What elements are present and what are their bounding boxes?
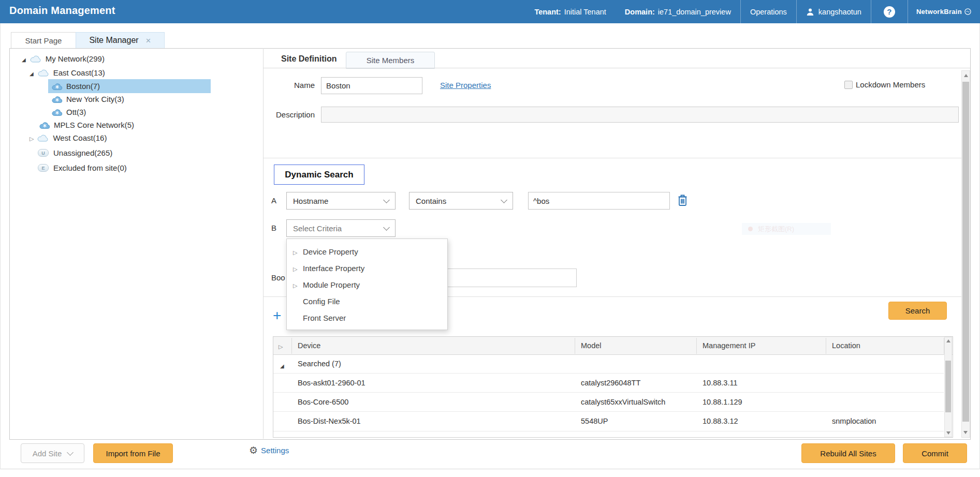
cell-location: snmplocation [832, 417, 876, 425]
cloud-icon [37, 134, 49, 142]
submenu-arrow-icon [293, 264, 303, 273]
site-icon [52, 109, 63, 116]
caret-collapsed-icon[interactable] [30, 133, 34, 142]
tab-site-members[interactable]: Site Members [346, 52, 435, 69]
chevron-down-icon [501, 197, 507, 203]
lockdown-members-label: Lockdown Members [856, 80, 925, 89]
group-caret-icon[interactable] [280, 361, 284, 370]
menu-item-module-property[interactable]: Module Property [287, 276, 447, 293]
menu-item-front-server[interactable]: Front Server [287, 309, 447, 326]
criteria-row-label-a: A [271, 196, 276, 205]
username: kangshaotun [818, 8, 861, 16]
help-button[interactable]: ? [871, 0, 908, 23]
netbrain-logo: NetworkBrain [908, 0, 980, 23]
table-scrollbar-thumb[interactable] [945, 361, 951, 412]
section-divider [264, 158, 970, 158]
description-label: Description [259, 110, 315, 119]
subtab-divider [264, 68, 970, 68]
tree-item-east-coast[interactable]: East Coast(13) [30, 66, 105, 80]
criteria-a-value-input[interactable] [528, 192, 670, 210]
column-header-device[interactable]: Device [298, 341, 320, 350]
column-header-location[interactable]: Location [832, 341, 860, 350]
menu-item-device-property[interactable]: Device Property [287, 243, 447, 260]
gear-icon: ⚙ [249, 445, 258, 455]
domain-info: Domain: ie71_domain_preview [616, 0, 740, 23]
chevron-down-icon [383, 197, 390, 203]
import-from-file-button[interactable]: Import from File [93, 443, 173, 463]
criteria-b-field-select[interactable]: Select Criteria [286, 219, 396, 237]
cell-model: catalyst65xxVirtualSwitch [581, 398, 665, 406]
tree-item-new-york-city[interactable]: New York City(3) [52, 92, 124, 106]
tree-item-ott[interactable]: Ott(3) [52, 105, 86, 119]
top-header-bar: Domain Management Tenant: Initial Tenant… [0, 0, 980, 23]
site-tree-panel [9, 48, 264, 439]
screenshot-tool-ghost: 矩形截图(R) [742, 223, 831, 235]
cloud-icon [38, 69, 49, 77]
caret-expanded-icon[interactable] [22, 54, 26, 63]
table-row[interactable]: Bos-Dist-Nex5k-01 5548UP 10.88.3.12 snmp… [273, 412, 944, 431]
operations-menu[interactable]: Operations [740, 0, 796, 23]
panel-scrollbar-thumb[interactable] [962, 82, 969, 422]
tab-site-definition[interactable]: Site Definition [281, 54, 337, 64]
tab-site-manager[interactable]: Site Manager × [76, 32, 165, 49]
tab-start-page[interactable]: Start Page [11, 32, 76, 49]
header-expander-icon[interactable] [279, 341, 283, 351]
caret-expanded-icon[interactable] [30, 68, 34, 77]
tree-item-boston[interactable]: Boston(7) [52, 79, 100, 93]
menu-item-interface-property[interactable]: Interface Property [287, 260, 447, 276]
table-row[interactable]: Bos-Core-6500 catalyst65xxVirtualSwitch … [273, 393, 944, 412]
select-criteria-menu: Device Property Interface Property Modul… [286, 238, 448, 330]
table-row[interactable]: Bos-askt01-2960-01 catalyst296048TT 10.8… [273, 374, 944, 393]
cell-device: Bos-Core-6500 [298, 398, 348, 406]
column-header-model[interactable]: Model [581, 341, 602, 350]
tree-item-excluded-from-site[interactable]: E Excluded from site(0) [38, 161, 127, 175]
table-group-row[interactable]: Searched (7) [273, 355, 944, 374]
boolean-expression-label: Boo [271, 273, 285, 282]
search-button[interactable]: Search [888, 302, 947, 320]
scroll-down-icon[interactable] [963, 431, 968, 434]
site-name-input[interactable] [321, 77, 422, 94]
submenu-arrow-icon [293, 280, 303, 289]
tree-item-my-network[interactable]: My Network(299) [22, 52, 105, 66]
cell-model: catalyst296048TT [581, 379, 640, 387]
add-site-button[interactable]: Add Site [21, 443, 84, 463]
user-menu[interactable]: kangshaotun [796, 0, 871, 23]
tree-item-unassigned[interactable]: U Unassigned(265) [38, 146, 112, 160]
criteria-a-field-select[interactable]: Hostname [286, 192, 396, 210]
cloud-icon [30, 55, 41, 63]
window-left-edge [0, 23, 1, 469]
domain-label: Domain: [625, 8, 655, 16]
group-label: Searched (7) [298, 360, 341, 368]
scroll-up-icon[interactable] [946, 339, 950, 342]
menu-item-config-file[interactable]: Config File [287, 293, 447, 309]
close-icon[interactable]: × [146, 36, 151, 45]
name-label: Name [269, 81, 315, 90]
commit-button[interactable]: Commit [903, 443, 967, 463]
help-icon: ? [884, 6, 895, 18]
rebuild-all-sites-button[interactable]: Rebuild All Sites [801, 443, 895, 463]
cell-management-ip: 10.88.3.11 [703, 379, 737, 387]
criteria-a-operator-select[interactable]: Contains [409, 192, 513, 210]
add-criteria-button[interactable]: + [273, 307, 281, 324]
settings-link[interactable]: ⚙ Settings [249, 445, 289, 455]
scroll-up-icon[interactable] [964, 74, 968, 77]
criteria-row-label-b: B [271, 223, 276, 232]
lockdown-members-checkbox[interactable] [844, 81, 853, 89]
cell-device: Bos-askt01-2960-01 [298, 379, 365, 387]
unassigned-icon: U [38, 149, 49, 157]
tree-item-west-coast[interactable]: West Coast(16) [30, 131, 107, 145]
app-title: Domain Management [9, 5, 115, 17]
brain-icon [964, 8, 972, 16]
tree-item-mpls-core-network[interactable]: MPLS Core Network(5) [39, 118, 134, 132]
delete-criteria-button[interactable] [677, 194, 688, 207]
dynamic-search-header: Dynamic Search [274, 165, 364, 185]
site-icon [52, 83, 63, 90]
chevron-down-icon [383, 224, 390, 231]
cell-management-ip: 10.88.3.12 [703, 417, 738, 425]
plus-icon: + [273, 307, 281, 323]
site-properties-link[interactable]: Site Properties [440, 81, 491, 90]
tenant-value: Initial Tenant [564, 8, 606, 16]
description-input[interactable] [321, 107, 959, 123]
column-header-management-ip[interactable]: Management IP [703, 341, 755, 350]
scroll-down-icon[interactable] [946, 431, 950, 435]
